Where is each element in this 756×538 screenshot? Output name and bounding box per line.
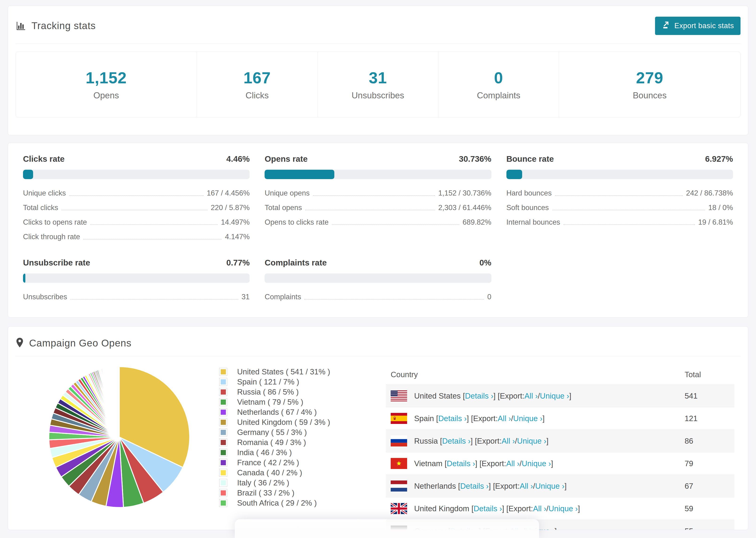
rate-block-bounce-rate: Bounce rate6.927%Hard bounces242 / 86.73… (507, 154, 733, 241)
export-unique-link[interactable]: Unique › (540, 392, 569, 401)
rate-block-unsubscribe-rate: Unsubscribe rate0.77%Unsubscribes31 (23, 258, 249, 301)
geo-table: Country Total United States [Details ›] … (386, 365, 734, 530)
legend-item: Russia ( 86 / 5% ) (219, 387, 386, 397)
export-basic-stats-button[interactable]: Export basic stats (655, 17, 740, 35)
dotted-leader (305, 208, 435, 210)
flag-vn-icon (391, 458, 407, 469)
table-row: United Kingdom [Details ›] [Export: All … (386, 497, 734, 520)
progress-bar-fill (23, 273, 26, 283)
legend-swatch (219, 368, 227, 376)
details-link[interactable]: Details › (460, 482, 489, 491)
geo-pie-chart (23, 365, 219, 530)
stat-cell-clicks: 167Clicks (197, 52, 318, 117)
metric-row: Unique clicks167 / 4.456% (23, 189, 249, 197)
geo-content: United States ( 541 / 31% )Spain ( 121 /… (8, 356, 748, 530)
stat-cell-bounces: 279Bounces (559, 52, 740, 117)
page-title: Tracking stats (31, 20, 96, 31)
export-all-link[interactable]: All › (506, 459, 519, 468)
export-unique-link[interactable]: Unique › (522, 459, 551, 468)
metric-label: Clicks to opens rate (23, 218, 87, 227)
flag-es-icon (391, 413, 407, 424)
export-unique-link[interactable]: Unique › (535, 482, 565, 491)
stat-cell-complaints: 0Complaints (438, 52, 559, 117)
export-all-link[interactable]: All › (524, 392, 538, 401)
legend-label: Russia ( 86 / 5% ) (237, 388, 298, 397)
legend-swatch (219, 388, 227, 396)
details-link[interactable]: Details › (442, 437, 470, 446)
progress-bar-fill (265, 170, 334, 179)
export-all-link[interactable]: All › (533, 504, 546, 513)
metric-row: Internal bounces19 / 6.81% (507, 218, 733, 227)
export-unique-link[interactable]: Unique › (549, 504, 578, 513)
legend-label: Spain ( 121 / 7% ) (237, 377, 299, 386)
metric-value: 4.147% (225, 233, 249, 241)
legend-swatch (219, 428, 227, 436)
legend-swatch (219, 459, 227, 467)
country-name: Netherlands (414, 482, 458, 491)
export-all-link[interactable]: All › (519, 482, 533, 491)
details-link[interactable]: Details › (447, 459, 475, 468)
column-header-total: Total (685, 370, 734, 379)
legend-swatch (219, 439, 227, 447)
metric-label: Total opens (265, 203, 302, 212)
legend-label: Brazil ( 33 / 2% ) (237, 488, 295, 497)
map-pin-icon (16, 337, 24, 349)
dotted-leader (552, 208, 705, 210)
metric-row: Complaints0 (265, 293, 491, 301)
metric-row: Click through rate4.147% (23, 233, 249, 241)
flag-gb-icon (391, 503, 407, 514)
metric-value: 167 / 4.456% (207, 189, 250, 197)
legend-swatch (219, 449, 227, 457)
metric-row: Total clicks220 / 5.87% (23, 203, 249, 212)
export-all-link[interactable]: All › (498, 414, 511, 423)
stat-value: 0 (494, 69, 503, 87)
stat-label: Bounces (633, 91, 667, 100)
country-name: Spain (414, 414, 436, 423)
export-up-right-icon (662, 21, 671, 31)
flag-us-icon (391, 390, 407, 402)
rate-value: 4.46% (226, 154, 249, 164)
metric-value: 0 (487, 293, 491, 301)
legend-item: Vietnam ( 79 / 5% ) (219, 397, 386, 407)
rate-value: 30.736% (459, 154, 491, 164)
metric-row: Total opens2,303 / 61.446% (265, 203, 491, 212)
metric-value: 1,152 / 30.736% (438, 189, 491, 197)
dotted-leader (304, 297, 484, 299)
legend-label: United States ( 541 / 31% ) (237, 367, 330, 376)
bar-chart-icon (16, 20, 26, 32)
legend-item: Germany ( 55 / 3% ) (219, 427, 386, 437)
metric-value: 19 / 6.81% (698, 218, 733, 227)
metric-value: 18 / 0% (708, 203, 733, 212)
pie-slice (119, 367, 119, 437)
details-link[interactable]: Details › (438, 414, 467, 423)
metric-label: Opens to clicks rate (265, 218, 328, 227)
flag-ru-icon (391, 435, 407, 447)
legend-label: Italy ( 36 / 2% ) (237, 478, 289, 487)
legend-label: Germany ( 55 / 3% ) (237, 428, 307, 437)
dotted-leader (332, 223, 459, 225)
metric-row: Unsubscribes31 (23, 293, 249, 301)
rate-block-opens-rate: Opens rate30.736%Unique opens1,152 / 30.… (265, 154, 491, 241)
geo-header: Campaign Geo Opens (8, 327, 748, 356)
export-all-link[interactable]: All › (502, 437, 515, 446)
metric-label: Unsubscribes (23, 293, 67, 301)
details-link[interactable]: Details › (473, 504, 502, 513)
country-total: 59 (685, 504, 734, 513)
stat-label: Complaints (477, 91, 520, 100)
legend-item: Canada ( 40 / 2% ) (219, 467, 386, 478)
tracking-stats-card: Tracking stats Export basic stats 1,152O… (8, 6, 748, 135)
details-link[interactable]: Details › (465, 392, 493, 401)
metric-label: Hard bounces (507, 189, 552, 197)
progress-bar-fill (23, 170, 33, 179)
legend-item: Spain ( 121 / 7% ) (219, 377, 386, 387)
legend-item: United Kingdom ( 59 / 3% ) (219, 417, 386, 427)
dotted-leader (71, 297, 238, 299)
metric-label: Unique opens (265, 189, 309, 197)
export-unique-link[interactable]: Unique › (513, 414, 543, 423)
legend-swatch (219, 499, 227, 507)
summary-stats-row: 1,152Opens167Clicks31Unsubscribes0Compla… (16, 52, 740, 117)
export-unique-link[interactable]: Unique › (517, 437, 546, 446)
metric-label: Complaints (265, 293, 301, 301)
dotted-leader (83, 237, 222, 240)
legend-item: Italy ( 36 / 2% ) (219, 478, 386, 488)
